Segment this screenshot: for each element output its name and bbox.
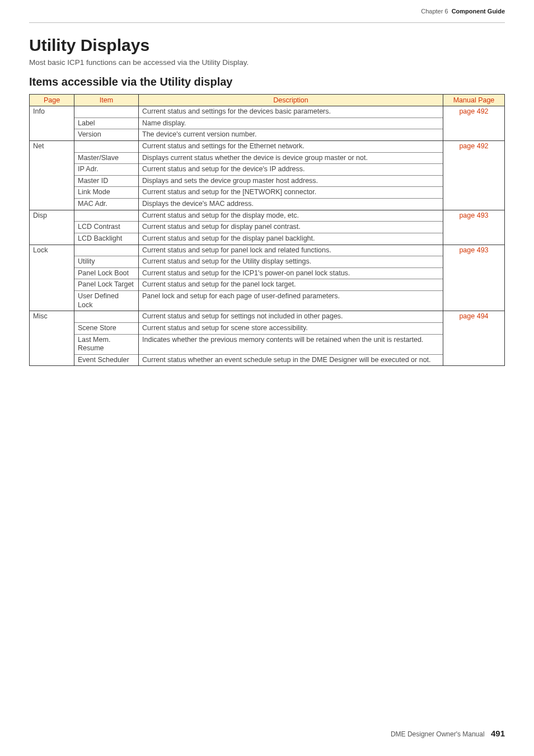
cell-item: Link Mode: [74, 187, 139, 199]
cell-manual: page 493: [443, 210, 505, 245]
cell-item: MAC Adr.: [74, 199, 139, 210]
cell-item: Last Mem. Resume: [74, 334, 139, 354]
cell-item: Panel Lock Target: [74, 279, 139, 291]
table-row: Last Mem. Resume Indicates whether the p…: [30, 334, 505, 354]
cell-item: Version: [74, 129, 139, 141]
page-footer: DME Designer Owner's Manual 491: [391, 729, 505, 738]
cell-item: [74, 140, 139, 152]
cell-page: Misc: [30, 311, 74, 366]
manual-page-link[interactable]: page 492: [459, 107, 488, 115]
cell-item: [74, 245, 139, 256]
manual-page-link[interactable]: page 493: [459, 246, 488, 254]
breadcrumb-section: Component Guide: [452, 8, 505, 15]
cell-desc: Current status and setup for the display…: [139, 210, 443, 222]
cell-page: Disp: [30, 210, 74, 245]
cell-desc: Current status and setup for the Utility…: [139, 256, 443, 268]
table-row: User Defined Lock Panel lock and setup f…: [30, 291, 505, 311]
cell-desc: Name display.: [139, 118, 443, 129]
cell-desc: Current status and setup for the device'…: [139, 164, 443, 176]
cell-desc: Displays the device's MAC address.: [139, 199, 443, 210]
th-item: Item: [74, 95, 139, 106]
table-row: Link Mode Current status and setup for t…: [30, 187, 505, 199]
table-row: Utility Current status and setup for the…: [30, 256, 505, 268]
manual-page-link[interactable]: page 494: [459, 312, 488, 320]
cell-desc: Current status and setup for the panel l…: [139, 279, 443, 291]
table-row: Version The device's current version num…: [30, 129, 505, 141]
footer-text: DME Designer Owner's Manual: [391, 730, 485, 738]
cell-desc: The device's current version number.: [139, 129, 443, 141]
table-row: Net Current status and settings for the …: [30, 140, 505, 152]
th-page: Page: [30, 95, 74, 106]
table-row: LCD Contrast Current status and setup fo…: [30, 222, 505, 233]
cell-item: Master ID: [74, 175, 139, 187]
table-row: Misc Current status and setup for settin…: [30, 311, 505, 323]
cell-item: Scene Store: [74, 322, 139, 334]
cell-desc: Current status and setup for display pan…: [139, 222, 443, 233]
table-row: Scene Store Current status and setup for…: [30, 322, 505, 334]
intro-text: Most basic ICP1 functions can be accesse…: [29, 58, 505, 67]
table-row: Master/Slave Displays current status whe…: [30, 152, 505, 164]
table-row: Event Scheduler Current status whether a…: [30, 354, 505, 366]
cell-page: Lock: [30, 245, 74, 311]
cell-item: [74, 210, 139, 222]
manual-page-link[interactable]: page 492: [459, 142, 488, 150]
table-row: Info Current status and settings for the…: [30, 106, 505, 118]
breadcrumb-chapter: Chapter 6: [421, 8, 448, 15]
manual-page-link[interactable]: page 493: [459, 212, 488, 219]
cell-item: [74, 106, 139, 118]
section-heading: Items accessible via the Utility display: [29, 76, 505, 88]
table-row: Lock Current status and setup for panel …: [30, 245, 505, 256]
header-rule: [29, 22, 505, 24]
table-row: Panel Lock Boot Current status and setup…: [30, 267, 505, 279]
cell-manual: page 492: [443, 106, 505, 141]
table-row: Panel Lock Target Current status and set…: [30, 279, 505, 291]
table-row: Label Name display.: [30, 118, 505, 129]
cell-item: [74, 311, 139, 323]
table-row: Disp Current status and setup for the di…: [30, 210, 505, 222]
cell-desc: Current status and setup for panel lock …: [139, 245, 443, 256]
cell-item: Label: [74, 118, 139, 129]
cell-item: LCD Contrast: [74, 222, 139, 233]
cell-manual: page 494: [443, 311, 505, 366]
cell-desc: Current status and settings for the devi…: [139, 106, 443, 118]
footer-page-number: 491: [491, 729, 505, 738]
cell-page: Net: [30, 140, 74, 210]
cell-desc: Displays current status whether the devi…: [139, 152, 443, 164]
cell-item: IP Adr.: [74, 164, 139, 176]
cell-item: User Defined Lock: [74, 291, 139, 311]
table-row: MAC Adr. Displays the device's MAC addre…: [30, 199, 505, 210]
cell-manual: page 493: [443, 245, 505, 311]
cell-desc: Current status and setup for scene store…: [139, 322, 443, 334]
cell-item: Event Scheduler: [74, 354, 139, 366]
cell-item: Master/Slave: [74, 152, 139, 164]
th-manual: Manual Page: [443, 95, 505, 106]
cell-page: Info: [30, 106, 74, 141]
cell-desc: Indicates whether the previous memory co…: [139, 334, 443, 354]
cell-item: Utility: [74, 256, 139, 268]
table-row: LCD Backlight Current status and setup f…: [30, 233, 505, 245]
th-desc: Description: [139, 95, 443, 106]
cell-item: LCD Backlight: [74, 233, 139, 245]
table-header-row: Page Item Description Manual Page: [30, 95, 505, 106]
breadcrumb: Chapter 6 Component Guide: [29, 8, 505, 15]
cell-desc: Current status and setup for the display…: [139, 233, 443, 245]
cell-item: Panel Lock Boot: [74, 267, 139, 279]
cell-desc: Current status and setup for settings no…: [139, 311, 443, 323]
cell-desc: Current status and settings for the Ethe…: [139, 140, 443, 152]
page-title: Utility Displays: [29, 36, 505, 55]
cell-desc: Current status and setup for the [NETWOR…: [139, 187, 443, 199]
table-row: IP Adr. Current status and setup for the…: [30, 164, 505, 176]
cell-desc: Current status whether an event schedule…: [139, 354, 443, 366]
cell-desc: Panel lock and setup for each page of us…: [139, 291, 443, 311]
cell-manual: page 492: [443, 140, 505, 210]
table-row: Master ID Displays and sets the device g…: [30, 175, 505, 187]
cell-desc: Current status and setup for the ICP1's …: [139, 267, 443, 279]
cell-desc: Displays and sets the device group maste…: [139, 175, 443, 187]
utility-table: Page Item Description Manual Page Info C…: [29, 94, 505, 366]
